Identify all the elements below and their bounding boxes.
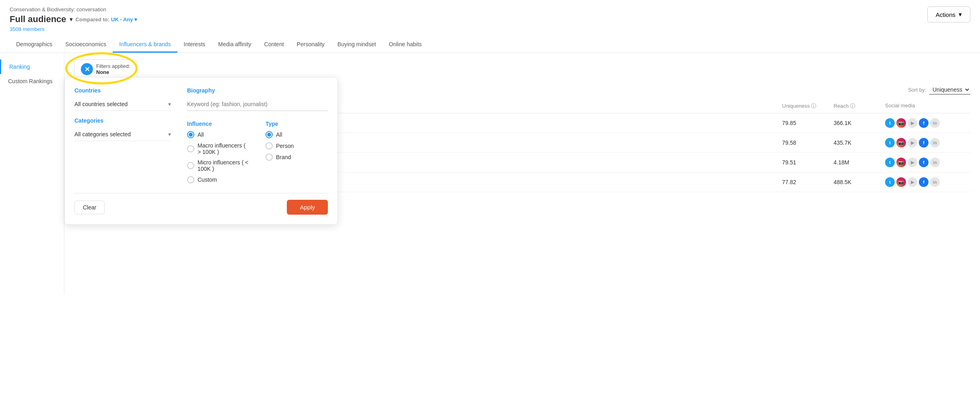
influence-label: Influence	[187, 121, 249, 127]
actions-chevron-icon: ▾	[959, 11, 962, 18]
influence-macro[interactable]: Macro influencers ( > 100K )	[187, 142, 249, 155]
influence-micro-radio[interactable]	[187, 162, 194, 169]
instagram-icon[interactable]: 📷	[896, 158, 906, 167]
influence-micro[interactable]: Micro influencers ( < 100K )	[187, 159, 249, 172]
sidebar: Ranking Custom Rankings	[0, 53, 64, 294]
youtube-icon[interactable]: ▶	[908, 118, 917, 128]
type-brand-radio[interactable]	[266, 154, 273, 161]
popup-columns: Countries All countries selected ▾ Categ…	[74, 87, 328, 183]
close-filter-icon[interactable]: ✕	[81, 63, 93, 75]
sort-select[interactable]: Uniqueness	[929, 85, 970, 94]
categories-value: All categories selected	[74, 131, 131, 137]
col-uniqueness: Uniqueness ⓘ	[782, 102, 830, 110]
row-reach: 488.5K	[834, 179, 882, 185]
row-socials: t 📷 ▶ f in	[885, 158, 966, 167]
type-all-radio[interactable]	[266, 131, 273, 138]
influence-all[interactable]: All	[187, 131, 249, 138]
categories-label: Categories	[74, 117, 171, 124]
filter-button[interactable]: ✕ Filters applied: None	[74, 59, 137, 79]
audience-chevron-icon[interactable]: ▾	[70, 16, 72, 23]
categories-chevron-icon: ▾	[168, 131, 171, 137]
actions-label: Actions	[936, 11, 955, 18]
type-person-label: Person	[276, 143, 294, 149]
audience-title: Full audience	[10, 14, 66, 25]
linkedin-icon[interactable]: in	[930, 177, 940, 187]
apply-button[interactable]: Apply	[287, 200, 328, 215]
instagram-icon[interactable]: 📷	[896, 118, 906, 128]
type-all[interactable]: All	[266, 131, 328, 138]
biography-label: Biography	[187, 87, 328, 94]
row-uniqueness: 79.58	[782, 139, 830, 146]
influence-macro-label: Macro influencers ( > 100K )	[198, 142, 249, 155]
row-reach: 4.18M	[834, 159, 882, 166]
main-content: Ranking Custom Rankings ✕ Filters applie…	[0, 53, 980, 294]
instagram-icon[interactable]: 📷	[896, 138, 906, 148]
filter-bar: ✕ Filters applied: None	[74, 59, 970, 79]
row-uniqueness: 79.51	[782, 159, 830, 166]
sidebar-item-custom-rankings[interactable]: Custom Rankings	[0, 74, 64, 88]
type-person[interactable]: Person	[266, 142, 328, 150]
type-label: Type	[266, 121, 328, 127]
tab-buying-mindset[interactable]: Buying mindset	[331, 37, 383, 53]
facebook-icon[interactable]: f	[919, 118, 929, 128]
row-socials: t 📷 ▶ f in	[885, 118, 966, 128]
countries-label: Countries	[74, 87, 171, 94]
instagram-icon[interactable]: 📷	[896, 177, 906, 187]
tab-bar: Demographics Socioeconomics Influencers …	[10, 37, 970, 53]
influence-column: Influence All Macro influencers ( > 100K…	[187, 121, 249, 183]
tab-content[interactable]: Content	[258, 37, 290, 53]
twitter-icon[interactable]: t	[885, 138, 895, 148]
actions-button[interactable]: Actions ▾	[927, 6, 970, 23]
countries-dropdown[interactable]: All countries selected ▾	[74, 98, 171, 111]
type-radio-group: All Person Brand	[266, 131, 328, 161]
twitter-icon[interactable]: t	[885, 118, 895, 128]
linkedin-icon[interactable]: in	[930, 158, 940, 167]
type-all-label: All	[276, 131, 282, 138]
countries-chevron-icon: ▾	[168, 101, 171, 107]
popup-right: Biography Influence All	[187, 87, 328, 183]
type-column: Type All Person	[266, 121, 328, 183]
linkedin-icon[interactable]: in	[930, 118, 940, 128]
influence-radio-group: All Macro influencers ( > 100K ) Micro i…	[187, 131, 249, 183]
page-header: Conservation & Biodiversity: conversatio…	[0, 0, 980, 53]
facebook-icon[interactable]: f	[919, 138, 929, 148]
influence-all-radio[interactable]	[187, 131, 194, 138]
compared-to-link[interactable]: UK - Any ▾	[111, 16, 137, 23]
influence-type-row: Influence All Macro influencers ( > 100K…	[187, 121, 328, 183]
filters-applied-label: Filters applied:	[96, 63, 130, 69]
youtube-icon[interactable]: ▶	[908, 177, 917, 187]
type-person-radio[interactable]	[266, 142, 273, 150]
influence-custom[interactable]: Custom	[187, 176, 249, 183]
popup-footer: Clear Apply	[74, 193, 328, 215]
clear-button[interactable]: Clear	[74, 201, 105, 214]
sort-label: Sort by:	[908, 87, 926, 93]
twitter-icon[interactable]: t	[885, 177, 895, 187]
linkedin-icon[interactable]: in	[930, 138, 940, 148]
facebook-icon[interactable]: f	[919, 158, 929, 167]
tab-media-affinity[interactable]: Media affinity	[212, 37, 257, 53]
influence-all-label: All	[198, 131, 204, 138]
facebook-icon[interactable]: f	[919, 177, 929, 187]
tab-online-habits[interactable]: Online habits	[383, 37, 428, 53]
tab-demographics[interactable]: Demographics	[10, 37, 59, 53]
row-socials: t 📷 ▶ f in	[885, 177, 966, 187]
countries-value: All countries selected	[74, 101, 128, 107]
influence-macro-radio[interactable]	[187, 145, 194, 152]
tab-personality[interactable]: Personality	[290, 37, 331, 53]
youtube-icon[interactable]: ▶	[908, 158, 917, 167]
influence-custom-radio[interactable]	[187, 176, 194, 183]
biography-input[interactable]	[187, 98, 328, 111]
filter-button-wrapper: ✕ Filters applied: None	[74, 59, 137, 79]
youtube-icon[interactable]: ▶	[908, 138, 917, 148]
filter-popup: Countries All countries selected ▾ Categ…	[64, 77, 338, 225]
tab-socioeconomics[interactable]: Socioeconomics	[59, 37, 113, 53]
influence-custom-label: Custom	[198, 176, 217, 183]
tab-interests[interactable]: Interests	[177, 37, 212, 53]
influence-micro-label: Micro influencers ( < 100K )	[198, 159, 249, 172]
type-brand[interactable]: Brand	[266, 154, 328, 161]
tab-influencers[interactable]: Influencers & brands	[113, 37, 177, 53]
twitter-icon[interactable]: t	[885, 158, 895, 167]
row-uniqueness: 77.82	[782, 179, 830, 185]
sidebar-item-ranking[interactable]: Ranking	[0, 59, 64, 74]
categories-dropdown[interactable]: All categories selected ▾	[74, 128, 171, 141]
